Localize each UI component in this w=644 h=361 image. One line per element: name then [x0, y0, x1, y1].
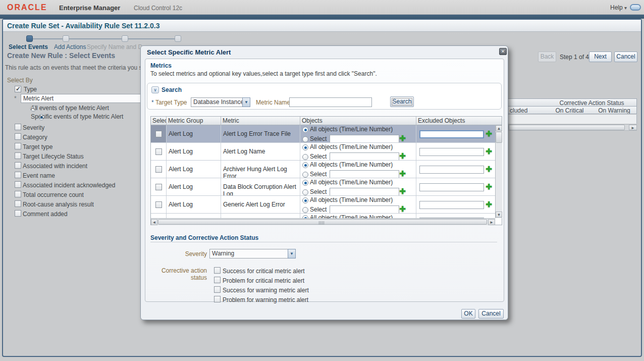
next-button[interactable]: Next [589, 51, 612, 62]
table-hscrollbar[interactable]: ◄ ► [151, 218, 495, 225]
corrective-action-option[interactable]: Success for critical metric alert [214, 267, 345, 276]
add-excluded-icon[interactable]: ✚ [486, 129, 492, 138]
option-checkbox[interactable] [15, 191, 21, 197]
table-vscrollbar[interactable]: ▲ ▼ [495, 125, 502, 218]
add-object-icon[interactable]: ✚ [399, 134, 406, 142]
excluded-objects-input[interactable] [419, 166, 484, 174]
row-select-checkbox[interactable] [155, 166, 162, 173]
select-by-option[interactable]: Associated incident acknowledged [15, 180, 141, 190]
objects-input[interactable] [330, 205, 399, 213]
objects-input[interactable] [330, 152, 399, 160]
row-select-checkbox[interactable] [155, 148, 162, 155]
wizard-step-label[interactable]: Select Events [9, 43, 48, 50]
corrective-action-option[interactable]: Problem for warning metric alert [214, 295, 345, 305]
search-button[interactable]: Search [390, 96, 414, 107]
excluded-objects-input[interactable] [419, 183, 484, 191]
all-objects-radio[interactable] [302, 127, 308, 133]
excluded-objects-input[interactable] [419, 148, 484, 156]
close-icon[interactable]: ✕ [499, 48, 507, 55]
select-objects-radio[interactable] [302, 136, 308, 142]
option-checkbox[interactable] [214, 277, 221, 283]
type-value-field[interactable]: Metric Alert [21, 94, 141, 103]
option-checkbox[interactable] [15, 200, 21, 207]
option-label: Target Lifecycle Status [23, 153, 84, 160]
option-checkbox[interactable] [15, 152, 21, 159]
disclosure-icon[interactable]: ∨ [151, 86, 159, 93]
select-by-option[interactable]: Event name [15, 171, 141, 180]
select-by-option[interactable]: Associated with incident [15, 161, 141, 171]
wizard-node-add-actions[interactable] [63, 35, 69, 42]
option-label: Associated with incident [23, 163, 87, 170]
back-button[interactable]: Back [538, 51, 556, 62]
metric-name-input[interactable] [289, 97, 372, 107]
select-objects-radio[interactable] [302, 189, 308, 195]
select-by-option[interactable]: Comment added [15, 209, 141, 219]
ok-button[interactable]: OK [461, 309, 475, 319]
scroll-up-icon[interactable]: ▲ [496, 125, 502, 131]
all-objects-radio[interactable] [302, 162, 308, 168]
wizard-step-label[interactable]: Add Actions [54, 43, 86, 50]
all-objects-radio[interactable] [302, 197, 308, 203]
add-object-icon[interactable]: ✚ [399, 204, 406, 213]
select-by-option[interactable]: Target Lifecycle Status [15, 151, 141, 161]
all-objects-radio[interactable] [302, 144, 308, 150]
wizard-node-select-events[interactable] [26, 35, 33, 42]
select-by-option[interactable]: Target type [15, 142, 141, 151]
option-checkbox[interactable] [15, 210, 21, 217]
row-select-checkbox[interactable] [155, 184, 162, 190]
objects-input[interactable] [330, 170, 399, 178]
select-by-option[interactable]: Severity [15, 123, 141, 132]
select-by-option[interactable]: Total occurrence count [15, 190, 141, 199]
row-select-checkbox[interactable] [155, 131, 162, 137]
oracle-logo: ORACLE [7, 3, 47, 12]
dialog-cancel-button[interactable]: Cancel [478, 309, 504, 319]
select-by-option[interactable]: Category [15, 132, 141, 142]
option-checkbox[interactable] [15, 143, 21, 149]
add-excluded-icon[interactable]: ✚ [486, 200, 492, 209]
add-object-icon[interactable]: ✚ [399, 187, 406, 195]
option-checkbox[interactable] [214, 296, 221, 302]
cancel-button[interactable]: Cancel [614, 51, 637, 62]
target-type-select[interactable]: Database Instance [191, 97, 243, 107]
option-checkbox[interactable] [15, 133, 21, 140]
table-vscrollbar-thumb[interactable] [496, 132, 502, 143]
results-hscrollbar[interactable]: ► [508, 124, 637, 131]
scroll-down-icon[interactable]: ▼ [496, 212, 502, 218]
wizard-node-specify-name[interactable] [122, 35, 128, 42]
target-type-dropdown-icon[interactable]: ▼ [242, 97, 250, 107]
objects-input[interactable] [330, 135, 399, 142]
wizard-node-review[interactable] [175, 35, 181, 42]
corrective-action-option[interactable]: Success for warning metric alert [214, 286, 345, 295]
add-excluded-icon[interactable]: ✚ [486, 165, 492, 173]
type-checkbox[interactable] [15, 86, 21, 92]
table-hscrollbar-thumb[interactable] [158, 219, 487, 225]
add-excluded-icon[interactable]: ✚ [486, 182, 492, 191]
select-objects-radio[interactable] [302, 207, 308, 213]
excluded-objects-input[interactable] [419, 201, 484, 209]
row-select-checkbox[interactable] [155, 201, 162, 208]
option-checkbox[interactable] [214, 267, 221, 274]
excluded-objects-input[interactable] [419, 130, 484, 138]
scroll-left-icon[interactable]: ◄ [151, 219, 157, 225]
add-object-icon[interactable]: ✚ [399, 169, 406, 178]
severity-select[interactable]: Warning [209, 249, 288, 259]
severity-dropdown-icon[interactable]: ▼ [288, 249, 296, 259]
select-objects-radio[interactable] [302, 172, 308, 178]
select-objects-radio[interactable] [302, 154, 308, 160]
user-icon[interactable] [630, 4, 641, 11]
results-hscrollbar-thumb[interactable] [509, 125, 625, 130]
option-checkbox[interactable] [214, 286, 221, 293]
option-checkbox[interactable] [15, 124, 21, 130]
scroll-right-icon[interactable]: ► [629, 125, 637, 130]
select-by-option[interactable]: Root-cause analysis result [15, 199, 141, 209]
add-excluded-icon[interactable]: ✚ [486, 147, 492, 156]
corrective-action-option[interactable]: Problem for critical metric alert [214, 276, 345, 286]
scroll-right-icon[interactable]: ► [488, 219, 495, 225]
add-object-icon[interactable]: ✚ [399, 151, 406, 160]
objects-input[interactable] [330, 188, 399, 195]
option-checkbox[interactable] [15, 162, 21, 169]
option-checkbox[interactable] [15, 172, 21, 178]
help-menu[interactable]: Help ▾ [610, 4, 627, 11]
option-checkbox[interactable] [15, 181, 21, 188]
all-objects-radio[interactable] [302, 180, 308, 186]
